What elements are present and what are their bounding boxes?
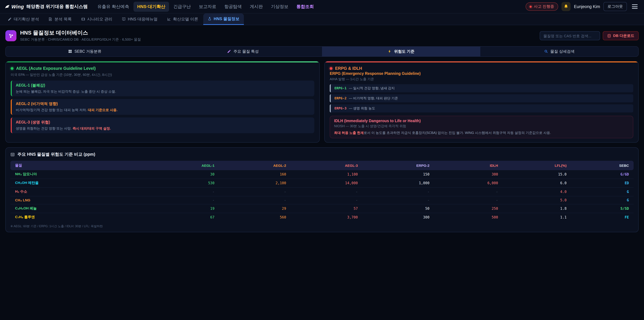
brand-logo-text: Wing	[12, 4, 24, 10]
notifications-button[interactable]	[562, 2, 570, 11]
red-status-dot	[330, 67, 332, 70]
erpg-panel-title: ERPG & IDLH	[335, 66, 362, 71]
cell-idlh: 300	[434, 170, 503, 179]
section-tab-hazard-criteria[interactable]: 위험도 기준	[322, 47, 480, 56]
col-header-erpg2: ERPG-2	[362, 161, 434, 170]
table-row: C₇H₈ 톨루엔 67 560 3,700 300 500 1.1 FE	[10, 213, 634, 221]
erpg-3-label: ERPG-3	[334, 106, 346, 110]
menu-item-board[interactable]: 게시판	[246, 2, 267, 12]
cell-aegl3: 14,000	[291, 179, 362, 187]
pencil-icon	[8, 17, 12, 21]
erpg-idlh-panel: ERPG & IDLH ERPG (Emergency Response Pla…	[324, 61, 639, 142]
cell-aegl2: -	[219, 187, 291, 196]
section-tab-detail-search[interactable]: 물질 상세검색	[480, 47, 638, 56]
user-name: Eunjeong Kim	[574, 4, 600, 9]
subnav-tab-atmospheric-analysis[interactable]: 대기확산 분석	[3, 14, 44, 25]
erpg-section-subtitle: AIHA 발행 — 1시간 노출 기준	[330, 77, 633, 81]
cell-aegl1: 19	[148, 204, 219, 213]
cell-aegl1: -	[148, 187, 219, 196]
subnav-tab-hns-substance-info[interactable]: HNS 물질정보	[203, 14, 244, 25]
bolt-icon	[388, 49, 392, 53]
cell-sebc: FE	[571, 213, 634, 221]
page-subtitle: SEBC 거동분류 · CHRIS/CAMEO DB · AEGL/ERPG/I…	[20, 37, 141, 42]
molecule-icon	[8, 33, 14, 39]
cell-idlh: 250	[434, 204, 503, 213]
header-actions: DB 다운로드	[540, 31, 639, 41]
database-icon	[607, 34, 611, 38]
cell-idlh: -	[434, 187, 503, 196]
aegl-panel-title: AEGL (Acute Exposure Guideline Level)	[16, 66, 96, 71]
cell-aegl2: 2,100	[219, 179, 291, 187]
menu-item-reports[interactable]: 보고자료	[195, 2, 220, 12]
section-tab-properties[interactable]: 주요 물질 특성	[164, 47, 322, 56]
hazard-comparison-table: 물질 AEGL-1 AEGL-2 AEGL-3 ERPG-2 IDLH LFL(…	[10, 161, 634, 221]
erpg-panel-header: ERPG & IDLH	[330, 66, 633, 71]
incident-status-badge[interactable]: 사고 진행중	[526, 2, 558, 11]
cell-substance: C₆H₅OH 페놀	[10, 204, 148, 213]
menu-toggle-button[interactable]	[630, 3, 639, 11]
cell-sebc: G	[571, 187, 634, 196]
aegl-level-3-name: AEGL-3 (생명 위협)	[16, 120, 310, 125]
cell-erpg2: -	[362, 196, 434, 204]
subnav-tab-hns-manual[interactable]: HNS 대응매뉴얼	[118, 14, 162, 25]
cell-lfl: 5.0	[503, 196, 572, 204]
subnav-tab-scenario-management[interactable]: 시나리오 관리	[77, 14, 117, 25]
cell-sebc: G	[571, 196, 634, 204]
green-status-dot	[11, 67, 14, 70]
menu-item-weather[interactable]: 기상정보	[267, 2, 292, 12]
manual-icon	[122, 17, 126, 21]
cell-sebc: S/SD	[571, 204, 634, 213]
aegl-level-1-name: AEGL-1 (불쾌감)	[16, 83, 310, 88]
table-row: NH₃ 암모니아 30 160 1,100 150 300 15.0 G/GD	[10, 170, 634, 179]
table-row: CH₄ LNG - - - - - 5.0 G	[10, 196, 634, 204]
cell-aegl2: 29	[219, 204, 291, 213]
subnav-tab-diffusion-model-theory[interactable]: 확산모델 이론	[162, 14, 202, 25]
aegl-level-1-desc: 눈에 띄는 불쾌감, 자극 또는 비감각적 증상. 노출 중단 시 증상 소멸.	[16, 89, 310, 94]
cell-erpg2: 1,000	[362, 179, 434, 187]
table-title: 주요 HNS 물질별 위험도 기준 비교 (ppm)	[18, 152, 95, 157]
table-icon	[10, 152, 15, 157]
sub-navbar: 대기확산 분석 분석 목록 시나리오 관리 HNS 대응매뉴얼 확산모델 이론 …	[0, 14, 644, 25]
cell-substance: H₂ 수소	[10, 187, 148, 196]
status-dot	[530, 6, 532, 8]
cell-aegl2: -	[219, 196, 291, 204]
erpg-3-desc: — 생명 위험 농도	[349, 106, 375, 111]
erpg-2-desc: — 비가역적 영향, 대피 판단 기준	[349, 96, 398, 101]
aegl-level-1: AEGL-1 (불쾌감) 눈에 띄는 불쾌감, 자극 또는 비감각적 증상. 노…	[11, 80, 314, 96]
menu-item-aerial-search[interactable]: 항공탐색	[221, 2, 246, 12]
idlh-subtitle: NIOSH — 30분 노출 시 생명/건강에 즉각적 위험	[334, 124, 629, 128]
idlh-body: 최대 허용 노출 한계로서 이 농도를 초과하면 자급식 호흡장치(SCBA) …	[334, 130, 629, 135]
menu-item-integrated-search[interactable]: 통합조회	[293, 2, 318, 12]
col-header-lfl: LFL(%)	[503, 161, 572, 170]
aegl-panel-header: AEGL (Acute Exposure Guideline Level)	[11, 66, 314, 71]
aegl-level-2-name: AEGL-2 (비가역적 영향)	[16, 101, 310, 106]
section-tabs: SEBC 거동분류 주요 물질 특성 위험도 기준 물질 상세검색	[5, 46, 639, 57]
cell-erpg2: 50	[362, 204, 434, 213]
cell-substance: C₇H₈ 톨루엔	[10, 213, 148, 221]
erpg-section-title: ERPG (Emergency Response Planning Guidel…	[330, 71, 633, 75]
section-tab-sebc[interactable]: SEBC 거동분류	[6, 47, 164, 56]
cell-idlh: 6,000	[434, 179, 503, 187]
cell-aegl1: 67	[148, 213, 219, 221]
col-header-aegl1: AEGL-1	[148, 161, 219, 170]
hazard-comparison-card: 주요 HNS 물질별 위험도 기준 비교 (ppm) 물질 AEGL-1 AEG…	[5, 147, 639, 232]
search-icon	[544, 49, 548, 53]
db-download-button[interactable]: DB 다운로드	[603, 31, 639, 41]
idlh-section: IDLH (Immediately Dangerous to Life or H…	[330, 116, 633, 138]
criteria-cards: AEGL (Acute Exposure Guideline Level) 미국…	[5, 61, 639, 142]
cell-erpg2: -	[362, 187, 434, 196]
cell-substance: CH₃OH 메탄올	[10, 179, 148, 187]
logout-button[interactable]: 로그아웃	[604, 2, 627, 11]
cell-aegl1: 30	[148, 170, 219, 179]
list-icon	[48, 17, 52, 21]
menu-item-hns-atmospheric[interactable]: HNS·대기확산	[134, 2, 169, 12]
cell-aegl3: -	[291, 196, 362, 204]
menu-item-oil-spill[interactable]: 유출유 확산예측	[94, 2, 133, 12]
cell-sebc: ED	[571, 179, 634, 187]
model-icon	[167, 17, 171, 21]
substance-search-input[interactable]	[540, 31, 600, 41]
page-header: HNS 물질정보 데이터베이스 SEBC 거동분류 · CHRIS/CAMEO …	[0, 25, 644, 46]
subnav-tab-analysis-list[interactable]: 분석 목록	[44, 14, 76, 25]
page-title: HNS 물질정보 데이터베이스	[20, 30, 141, 36]
menu-item-rescue[interactable]: 긴급구난	[170, 2, 194, 12]
